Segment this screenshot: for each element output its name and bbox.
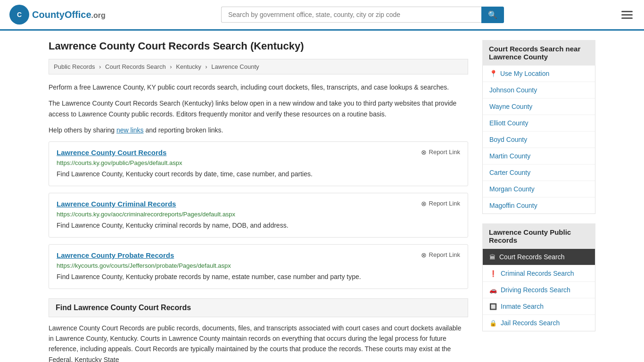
breadcrumb-kentucky[interactable]: Kentucky bbox=[176, 63, 201, 70]
logo-name: CountyOffice bbox=[32, 9, 91, 20]
nearby-county-item[interactable]: Martin County bbox=[483, 148, 595, 165]
search-icon: 🔍 bbox=[488, 11, 497, 19]
nearby-county-link[interactable]: Boyd County bbox=[489, 136, 527, 143]
use-location-link[interactable]: Use My Location bbox=[500, 70, 549, 77]
public-record-link[interactable]: Inmate Search bbox=[501, 303, 544, 310]
public-record-item[interactable]: 🔲 Inmate Search bbox=[483, 298, 595, 315]
nearby-county-link[interactable]: Johnson County bbox=[489, 86, 537, 94]
nearby-county-item[interactable]: Johnson County bbox=[483, 82, 595, 99]
breadcrumb-sep-1: › bbox=[99, 63, 101, 70]
find-section-title: Find Lawrence County Court Records bbox=[49, 298, 468, 317]
record-card: Lawrence County Court Records ⊗ Report L… bbox=[49, 141, 468, 186]
breadcrumb-court-records[interactable]: Court Records Search bbox=[105, 63, 166, 70]
nearby-county-item[interactable]: Magoffin County bbox=[483, 197, 595, 214]
intro-para3-post: and reporting broken links. bbox=[144, 126, 223, 134]
breadcrumb-current: Lawrence County bbox=[211, 63, 259, 70]
main-content: Lawrence County Court Records Search (Ke… bbox=[49, 40, 468, 362]
public-records-title-text: Lawrence County Public Records bbox=[489, 228, 571, 244]
find-section: Find Lawrence County Court Records Lawre… bbox=[49, 298, 468, 362]
nearby-county-link[interactable]: Magoffin County bbox=[489, 202, 537, 209]
public-records-list: 🏛 Court Records Search ❗ Criminal Record… bbox=[482, 249, 595, 331]
report-icon: ⊗ bbox=[421, 251, 427, 259]
intro-para2: The Lawrence County Court Records Search… bbox=[49, 98, 468, 119]
nearby-county-link[interactable]: Wayne County bbox=[489, 103, 532, 110]
public-record-item[interactable]: 🏛 Court Records Search bbox=[483, 249, 595, 265]
search-area: 🔍 bbox=[221, 7, 504, 23]
public-record-link[interactable]: Criminal Records Search bbox=[501, 270, 574, 277]
record-desc: Find Lawrence County, Kentucky criminal … bbox=[57, 221, 460, 230]
content-wrapper: Lawrence County Court Records Search (Ke… bbox=[39, 31, 605, 362]
record-url[interactable]: https://courts.ky.gov/aoc/criminalrecord… bbox=[57, 211, 460, 218]
logo-org: .org bbox=[91, 11, 106, 19]
report-link-label: Report Link bbox=[429, 251, 460, 258]
nearby-county-item[interactable]: Carter County bbox=[483, 165, 595, 181]
nearby-county-item[interactable]: Morgan County bbox=[483, 181, 595, 197]
breadcrumb-sep-2: › bbox=[170, 63, 172, 70]
record-title[interactable]: Lawrence County Criminal Records bbox=[57, 200, 176, 208]
nearby-county-item[interactable]: Wayne County bbox=[483, 99, 595, 115]
nearby-county-item[interactable]: Boyd County bbox=[483, 132, 595, 148]
nearby-county-item[interactable]: Elliott County bbox=[483, 115, 595, 132]
public-record-link[interactable]: Court Records Search bbox=[499, 253, 565, 261]
record-card-header: Lawrence County Criminal Records ⊗ Repor… bbox=[57, 200, 460, 208]
nearby-county-link[interactable]: Carter County bbox=[489, 169, 530, 176]
sidebar: Court Records Search near Lawrence Count… bbox=[482, 40, 595, 362]
record-desc: Find Lawrence County, Kentucky court rec… bbox=[57, 169, 460, 179]
record-title[interactable]: Lawrence County Probate Records bbox=[57, 251, 174, 259]
breadcrumb-public-records[interactable]: Public Records bbox=[54, 63, 95, 70]
public-record-icon: 🔲 bbox=[489, 303, 497, 310]
intro-para1: Perform a free Lawrence County, KY publi… bbox=[49, 82, 468, 92]
public-record-icon: 🏛 bbox=[489, 254, 495, 261]
intro-para3: Help others by sharing new links and rep… bbox=[49, 125, 468, 135]
new-links-link[interactable]: new links bbox=[116, 126, 144, 134]
report-link[interactable]: ⊗ Report Link bbox=[421, 200, 460, 207]
public-record-item[interactable]: 🔒 Jail Records Search bbox=[483, 315, 595, 331]
report-link[interactable]: ⊗ Report Link bbox=[421, 251, 460, 259]
record-card-header: Lawrence County Court Records ⊗ Report L… bbox=[57, 148, 460, 156]
record-card: Lawrence County Criminal Records ⊗ Repor… bbox=[49, 193, 468, 238]
public-record-item[interactable]: 🚗 Driving Records Search bbox=[483, 282, 595, 298]
report-link[interactable]: ⊗ Report Link bbox=[421, 148, 460, 156]
nearby-title-text: Court Records Search near Lawrence Count… bbox=[489, 45, 580, 61]
report-link-label: Report Link bbox=[429, 148, 460, 156]
report-icon: ⊗ bbox=[421, 200, 427, 207]
record-title[interactable]: Lawrence County Court Records bbox=[57, 148, 166, 156]
record-card-header: Lawrence County Probate Records ⊗ Report… bbox=[57, 251, 460, 259]
page-title: Lawrence County Court Records Search (Ke… bbox=[49, 40, 468, 52]
breadcrumb-sep-3: › bbox=[205, 63, 207, 70]
logo-text: CountyOffice.org bbox=[32, 9, 106, 20]
intro-para3-pre: Help others by sharing bbox=[49, 126, 116, 134]
nearby-list: 📍 Use My Location Johnson CountyWayne Co… bbox=[482, 66, 595, 214]
report-icon: ⊗ bbox=[421, 148, 427, 156]
svg-text:C: C bbox=[17, 11, 22, 18]
record-url[interactable]: https://courts.ky.gov/public/Pages/defau… bbox=[57, 159, 460, 166]
public-records-title: Lawrence County Public Records bbox=[482, 223, 595, 249]
public-record-icon: ❗ bbox=[489, 270, 497, 277]
nearby-title: Court Records Search near Lawrence Count… bbox=[482, 40, 595, 66]
find-section-text: Lawrence County Court Records are public… bbox=[49, 323, 468, 362]
nearby-county-link[interactable]: Elliott County bbox=[489, 119, 528, 127]
report-link-label: Report Link bbox=[429, 200, 460, 207]
record-desc: Find Lawrence County, Kentucky probate r… bbox=[57, 272, 460, 282]
public-record-link[interactable]: Driving Records Search bbox=[501, 286, 570, 294]
search-button[interactable]: 🔍 bbox=[481, 7, 504, 23]
nearby-county-link[interactable]: Martin County bbox=[489, 152, 530, 160]
location-icon: 📍 bbox=[489, 70, 497, 77]
records-list: Lawrence County Court Records ⊗ Report L… bbox=[49, 141, 468, 289]
record-url[interactable]: https://kycourts.gov/courts/Jefferson/pr… bbox=[57, 262, 460, 269]
menu-button[interactable] bbox=[619, 9, 635, 21]
breadcrumb: Public Records › Court Records Search › … bbox=[49, 59, 468, 74]
header: C CountyOffice.org 🔍 bbox=[0, 0, 644, 31]
public-record-icon: 🚗 bbox=[489, 287, 497, 294]
use-location-item[interactable]: 📍 Use My Location bbox=[483, 66, 595, 82]
nearby-county-link[interactable]: Morgan County bbox=[489, 185, 535, 193]
record-card: Lawrence County Probate Records ⊗ Report… bbox=[49, 244, 468, 289]
logo-area: C CountyOffice.org bbox=[9, 5, 106, 25]
public-record-link[interactable]: Jail Records Search bbox=[501, 319, 560, 327]
logo-icon: C bbox=[9, 5, 29, 25]
public-record-item[interactable]: ❗ Criminal Records Search bbox=[483, 265, 595, 282]
public-record-icon: 🔒 bbox=[489, 320, 497, 327]
search-input[interactable] bbox=[221, 7, 481, 23]
